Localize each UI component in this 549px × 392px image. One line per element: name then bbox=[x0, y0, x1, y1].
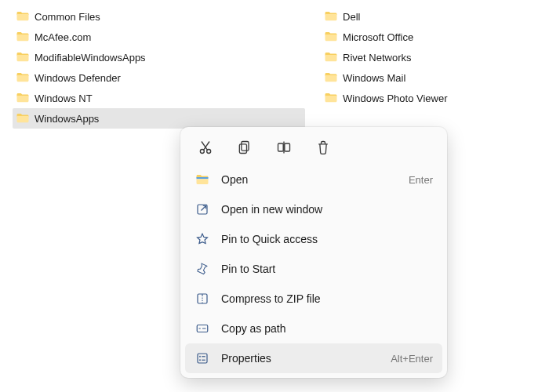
context-menu: Open Enter Open in new window Pin to Qui… bbox=[180, 127, 447, 378]
folder-icon bbox=[16, 50, 30, 64]
folder-label: Common Files bbox=[35, 11, 100, 23]
menu-item-label: Pin to Start bbox=[221, 263, 433, 275]
folder-column-right: Dell Microsoft Office Rivet Networks Win… bbox=[321, 6, 536, 129]
menu-item-open-new-window[interactable]: Open in new window bbox=[185, 194, 442, 224]
menu-item-label: Open bbox=[221, 173, 398, 186]
folder-icon bbox=[16, 111, 30, 125]
menu-item-copy-path[interactable]: Copy as path bbox=[185, 314, 442, 343]
delete-icon[interactable] bbox=[314, 138, 333, 157]
menu-item-properties[interactable]: Properties Alt+Enter bbox=[185, 343, 442, 373]
folder-icon bbox=[324, 71, 338, 85]
folder-label: Windows Mail bbox=[343, 72, 405, 84]
folder-label: WindowsApps bbox=[35, 113, 99, 125]
folder-icon bbox=[16, 71, 30, 85]
folder-item[interactable]: Microsoft Office bbox=[321, 27, 536, 47]
menu-item-open[interactable]: Open Enter bbox=[185, 165, 442, 194]
zip-icon bbox=[195, 291, 210, 307]
folder-label: ModifiableWindowsApps bbox=[35, 52, 146, 64]
rename-icon[interactable] bbox=[274, 138, 293, 157]
folder-icon bbox=[324, 91, 338, 105]
menu-item-compress-zip[interactable]: Compress to ZIP file bbox=[185, 284, 442, 314]
folder-label: Windows Defender bbox=[35, 72, 121, 84]
star-icon bbox=[195, 231, 210, 247]
folder-item[interactable]: Windows Photo Viewer bbox=[321, 88, 536, 108]
cut-icon[interactable] bbox=[196, 138, 215, 157]
menu-item-pin-start[interactable]: Pin to Start bbox=[185, 254, 442, 284]
folder-open-icon bbox=[195, 172, 210, 187]
menu-item-label: Properties bbox=[221, 352, 380, 365]
folder-icon bbox=[324, 9, 338, 24]
menu-item-pin-quick-access[interactable]: Pin to Quick access bbox=[185, 224, 442, 254]
folder-item-selected[interactable]: WindowsApps bbox=[13, 108, 305, 129]
copy-icon[interactable] bbox=[235, 138, 254, 157]
pin-icon bbox=[195, 261, 210, 277]
folder-label: Windows NT bbox=[35, 93, 93, 104]
menu-item-label: Open in new window bbox=[221, 203, 433, 216]
menu-item-label: Copy as path bbox=[221, 322, 433, 335]
menu-item-shortcut: Alt+Enter bbox=[391, 353, 433, 365]
properties-icon bbox=[195, 350, 210, 366]
menu-item-label: Compress to ZIP file bbox=[221, 292, 433, 305]
folder-icon bbox=[16, 30, 30, 44]
folder-label: Dell bbox=[343, 11, 360, 23]
folder-label: McAfee.com bbox=[35, 31, 91, 43]
folder-item[interactable]: Common Files bbox=[13, 6, 305, 27]
copypath-icon bbox=[195, 321, 210, 336]
folder-label: Microsoft Office bbox=[343, 31, 413, 43]
folder-item[interactable]: Windows NT bbox=[13, 88, 305, 108]
folder-item[interactable]: Windows Mail bbox=[321, 67, 536, 88]
menu-item-label: Pin to Quick access bbox=[221, 233, 433, 245]
folder-item[interactable]: McAfee.com bbox=[13, 27, 305, 47]
file-explorer-pane: Common Files McAfee.com ModifiableWindow… bbox=[0, 0, 549, 135]
folder-label: Windows Photo Viewer bbox=[343, 93, 447, 104]
menu-item-shortcut: Enter bbox=[409, 174, 433, 186]
external-window-icon bbox=[195, 201, 210, 217]
folder-label: Rivet Networks bbox=[343, 52, 411, 64]
folder-item[interactable]: Windows Defender bbox=[13, 67, 305, 88]
context-menu-action-row bbox=[185, 132, 442, 165]
folder-icon bbox=[324, 50, 338, 64]
folder-item[interactable]: Rivet Networks bbox=[321, 47, 536, 67]
folder-item[interactable]: ModifiableWindowsApps bbox=[13, 47, 305, 67]
folder-icon bbox=[16, 91, 30, 105]
folder-icon bbox=[16, 9, 30, 24]
folder-column-left: Common Files McAfee.com ModifiableWindow… bbox=[13, 6, 305, 129]
folder-icon bbox=[324, 30, 338, 44]
folder-item[interactable]: Dell bbox=[321, 6, 536, 27]
